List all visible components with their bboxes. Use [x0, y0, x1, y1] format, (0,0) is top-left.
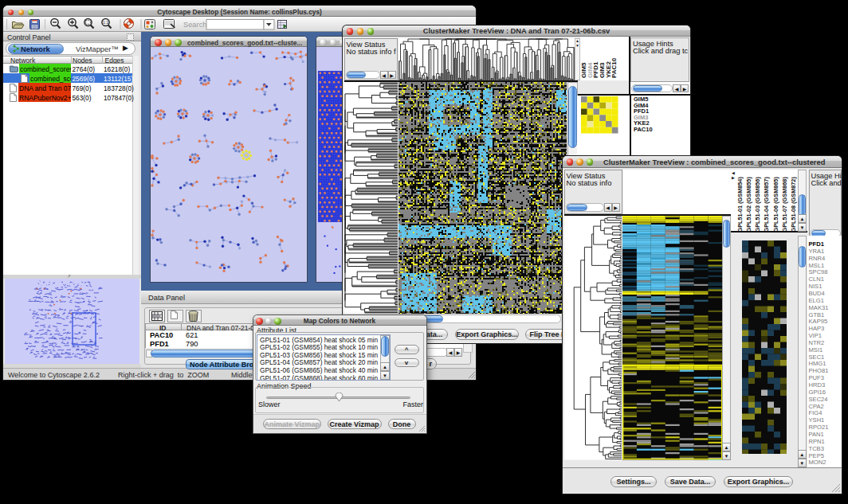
- svg-text:GPL51-06 (GSM865): GPL51-06 (GSM865): [772, 176, 779, 232]
- svg-text:GPL51-02 (GSM855): GPL51-02 (GSM855): [745, 176, 752, 232]
- svg-text:GPL51-04 (GSM857): GPL51-04 (GSM857): [763, 176, 770, 232]
- svg-text:Search:: Search:: [183, 21, 209, 29]
- svg-text:GPL51-07 (GSM868): GPL51-07 (GSM868): [781, 176, 788, 232]
- svg-text:PAC10: PAC10: [610, 57, 618, 78]
- svg-text:GPL51-01 (GSM854): GPL51-01 (GSM854): [736, 176, 744, 232]
- svg-text:GPL51-03 (GSM856): GPL51-03 (GSM856): [754, 176, 761, 232]
- svg-text:GPL51-08 (GSM872): GPL51-08 (GSM872): [790, 176, 797, 232]
- svg-text:1:1: 1:1: [103, 20, 108, 25]
